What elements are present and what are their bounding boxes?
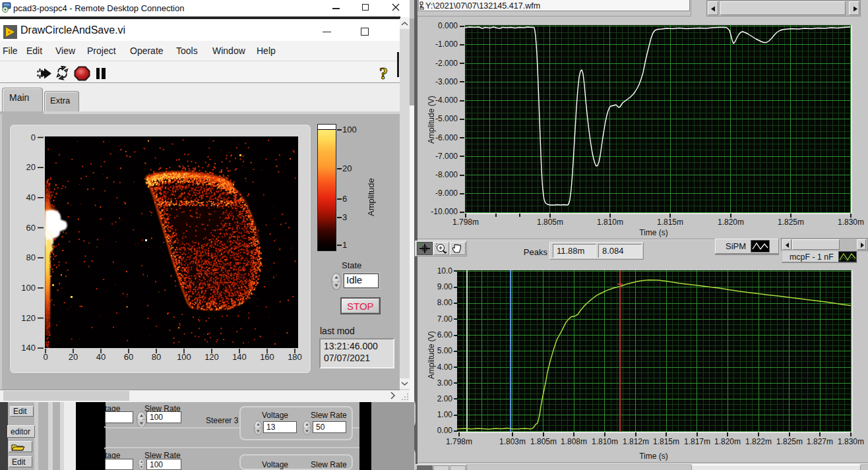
svg-text:140: 140 [21, 343, 36, 353]
svg-text:180: 180 [288, 352, 302, 362]
svg-text:100: 100 [177, 352, 191, 362]
svg-text:160: 160 [260, 352, 274, 362]
svg-text:?: ? [379, 65, 388, 82]
svg-text:40: 40 [96, 352, 106, 362]
svg-text:0: 0 [43, 352, 47, 362]
svg-text:20: 20 [26, 162, 36, 172]
svg-text:140: 140 [232, 352, 247, 362]
svg-text:20: 20 [69, 352, 78, 362]
svg-text:120: 120 [204, 352, 219, 362]
svg-text:60: 60 [26, 223, 36, 233]
svg-text:80: 80 [152, 352, 161, 362]
svg-text:60: 60 [124, 352, 133, 362]
svg-text:80: 80 [26, 252, 36, 262]
svg-text:100: 100 [21, 283, 36, 293]
svg-text:40: 40 [26, 192, 36, 202]
svg-text:120: 120 [21, 313, 36, 323]
svg-text:0: 0 [31, 132, 36, 142]
